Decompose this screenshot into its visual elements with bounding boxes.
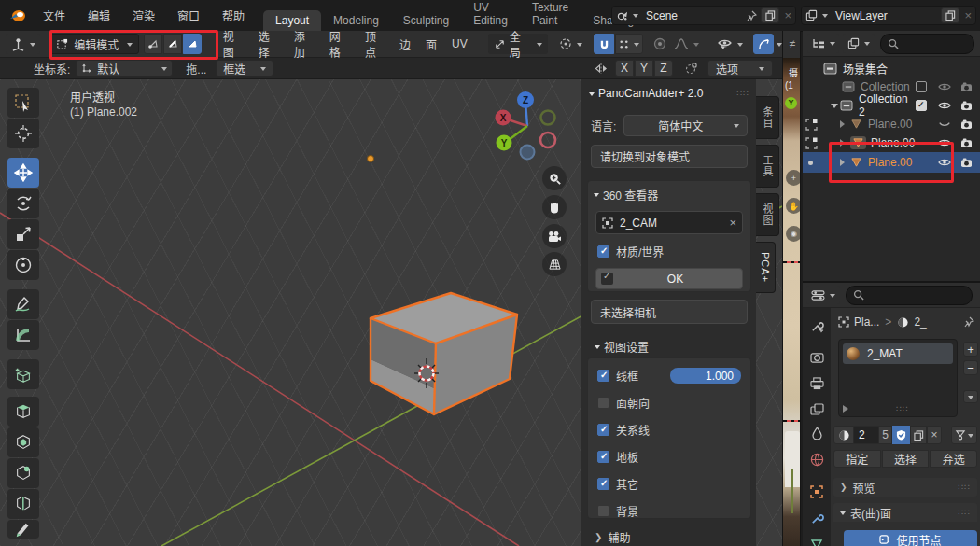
show-gizmo-dropdown[interactable] bbox=[715, 34, 746, 54]
tool-transform[interactable] bbox=[7, 250, 39, 280]
strip-gizmo-y-ball[interactable]: Y bbox=[785, 97, 797, 109]
pivot-point-dropdown[interactable] bbox=[555, 34, 586, 54]
tool-extrude-region[interactable] bbox=[7, 397, 39, 427]
mirror-y-button[interactable]: Y bbox=[635, 60, 653, 77]
tab-tool-icon[interactable] bbox=[810, 319, 824, 333]
material-slot-add-button[interactable]: + bbox=[963, 342, 978, 357]
slot-list-grip[interactable]: ∷∷ bbox=[852, 404, 953, 413]
menu-render[interactable]: 渲染 bbox=[121, 7, 166, 23]
proportional-edit-toggle[interactable] bbox=[652, 36, 667, 51]
menu-add[interactable]: 添加 bbox=[286, 28, 321, 60]
properties-editor-type-dropdown[interactable] bbox=[806, 286, 840, 304]
navigation-gizmo[interactable]: Z X Y bbox=[488, 87, 568, 167]
tool-measure[interactable] bbox=[7, 320, 39, 350]
blender-logo-icon[interactable] bbox=[9, 9, 26, 22]
breadcrumb-object[interactable]: Pla... bbox=[854, 315, 879, 329]
transform-orientation-dropdown[interactable]: 全局 bbox=[488, 34, 548, 54]
mode-dropdown[interactable]: 编辑模式 bbox=[49, 34, 138, 54]
select-tool-dropdown[interactable]: 框选 bbox=[216, 60, 273, 77]
tool-move[interactable] bbox=[7, 158, 39, 188]
vertex-select-button[interactable] bbox=[144, 34, 162, 54]
preview-section-header[interactable]: ❯ 预览 ∷∷ bbox=[833, 478, 977, 497]
ok-button[interactable]: ✓ OK bbox=[595, 268, 743, 289]
menu-file[interactable]: 文件 bbox=[32, 7, 77, 23]
select-button[interactable]: 选择 bbox=[882, 450, 930, 468]
material-name-field[interactable]: 2_ bbox=[854, 426, 878, 444]
plane1-hidden-eye-icon[interactable] bbox=[938, 119, 951, 129]
tab-uv-editing[interactable]: UV Editing bbox=[461, 0, 520, 31]
surface-grip[interactable]: ∷∷ bbox=[959, 508, 971, 517]
npanel-tab-item[interactable]: 条目 bbox=[756, 96, 779, 139]
plane2-camera-icon[interactable] bbox=[960, 138, 973, 148]
menu-face[interactable]: 面 bbox=[418, 36, 444, 52]
menu-edit[interactable]: 编辑 bbox=[77, 7, 121, 23]
deselect-button[interactable]: 弃选 bbox=[930, 450, 977, 468]
mirror-z-button[interactable]: Z bbox=[654, 60, 673, 77]
plane3-eye-icon[interactable] bbox=[938, 158, 951, 167]
relationship-lines-checkbox[interactable] bbox=[597, 424, 609, 436]
outliner-search-input[interactable] bbox=[880, 34, 974, 54]
tab-viewlayer-icon[interactable] bbox=[810, 403, 824, 415]
snap-target-dropdown[interactable] bbox=[615, 34, 643, 54]
options-dropdown[interactable]: 选项 bbox=[707, 60, 773, 77]
collection1-camera-icon[interactable] bbox=[960, 82, 973, 92]
material-world-checkbox[interactable] bbox=[597, 245, 609, 258]
panel-grip[interactable]: ∷∷ bbox=[737, 89, 749, 98]
scene-copy-button[interactable] bbox=[761, 7, 779, 23]
collection1-checkbox[interactable] bbox=[916, 81, 927, 92]
tool-add-cube[interactable] bbox=[7, 359, 39, 389]
fake-user-shield-button[interactable] bbox=[892, 426, 910, 444]
camera-strip-editor[interactable]: ≠ 摄 (1 Y + ✋ ◉ bbox=[782, 31, 801, 546]
language-dropdown[interactable]: 简体中文 bbox=[623, 115, 748, 136]
strip-hand-button[interactable]: ✋ bbox=[786, 198, 801, 214]
plane2-expand-arrow[interactable] bbox=[840, 139, 848, 147]
overlays-toggle-button[interactable] bbox=[753, 34, 774, 54]
wireframe-checkbox[interactable] bbox=[597, 370, 609, 382]
menu-window[interactable]: 窗口 bbox=[166, 7, 211, 23]
strip-zoom-button[interactable]: + bbox=[786, 170, 801, 186]
zoom-button[interactable] bbox=[542, 166, 567, 190]
menu-select[interactable]: 选择 bbox=[250, 28, 286, 60]
view-settings-header[interactable]: 视图设置 bbox=[604, 339, 649, 355]
node-tree-dropdown[interactable] bbox=[951, 426, 977, 444]
material-slot-specials-dropdown[interactable] bbox=[963, 390, 978, 403]
assign-button[interactable]: 指定 bbox=[833, 450, 881, 468]
plane1-expand-arrow[interactable] bbox=[840, 120, 848, 128]
collection1-hide-icon[interactable] bbox=[938, 82, 951, 91]
pan-hand-button[interactable] bbox=[542, 195, 567, 219]
npanel-tab-pca[interactable]: PCA+ bbox=[756, 242, 776, 293]
preview-grip[interactable]: ∷∷ bbox=[959, 483, 971, 492]
collection2-eye-icon[interactable] bbox=[938, 101, 951, 110]
plane1-camera-icon[interactable] bbox=[960, 119, 973, 130]
menu-mesh[interactable]: 网格 bbox=[321, 28, 357, 60]
menu-uv[interactable]: UV bbox=[444, 37, 475, 50]
viewer-360-header[interactable]: 360 查看器 bbox=[603, 187, 658, 203]
tool-select-box[interactable] bbox=[7, 88, 39, 118]
outliner-filter-dropdown[interactable] bbox=[843, 34, 875, 53]
material-copy-button[interactable] bbox=[910, 426, 927, 444]
tool-annotate[interactable] bbox=[7, 289, 39, 319]
coord-system-dropdown[interactable]: 默认 bbox=[76, 60, 173, 77]
editor-type-button[interactable] bbox=[6, 34, 40, 54]
strip-editor-header[interactable]: ≠ bbox=[783, 31, 801, 58]
switch-mode-button[interactable]: 请切换到对象模式 bbox=[591, 145, 748, 168]
camera-field-clear-icon[interactable]: × bbox=[729, 216, 736, 230]
plane3-expand-arrow[interactable] bbox=[840, 159, 848, 166]
tab-data-icon[interactable] bbox=[810, 539, 823, 546]
material-unlink-button[interactable]: × bbox=[927, 426, 942, 444]
viewlayer-selector[interactable]: ViewLayer × bbox=[801, 6, 976, 25]
tool-bevel[interactable] bbox=[7, 458, 39, 488]
no-camera-button[interactable]: 未选择相机 bbox=[591, 300, 748, 324]
scene-selector[interactable]: Scene × bbox=[611, 6, 796, 25]
menu-view[interactable]: 视图 bbox=[215, 28, 250, 60]
mesh-open-cube[interactable] bbox=[336, 280, 532, 429]
use-nodes-button[interactable]: 使用节点 bbox=[844, 530, 977, 546]
pin-icon[interactable] bbox=[746, 10, 757, 21]
addon-panel-title[interactable]: PanoCamAdder+ 2.0 bbox=[598, 87, 737, 100]
viewlayer-copy-button[interactable] bbox=[941, 7, 959, 23]
tool-cursor[interactable] bbox=[7, 119, 39, 148]
aux-section-header[interactable]: 辅助 bbox=[608, 529, 630, 545]
snap-toggle-button[interactable] bbox=[594, 34, 614, 54]
menu-vertex[interactable]: 顶点 bbox=[357, 28, 392, 60]
face-select-button[interactable] bbox=[183, 34, 202, 54]
